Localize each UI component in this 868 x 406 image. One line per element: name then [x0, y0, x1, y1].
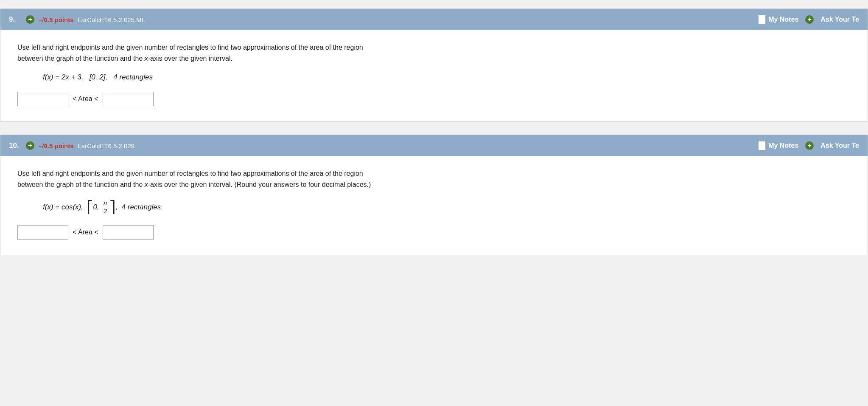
- question-9-ask-teacher-label[interactable]: Ask Your Te: [820, 16, 859, 23]
- question-9: 9. + –/0.5 points LarCalcET6 5.2.025.MI.…: [0, 8, 868, 122]
- question-9-area-label: < Area <: [73, 95, 98, 103]
- question-10-my-notes-label: My Notes: [768, 142, 798, 149]
- question-9-my-notes-button[interactable]: My Notes: [758, 15, 798, 24]
- question-10-header-right: My Notes + Ask Your Te: [758, 141, 859, 150]
- question-9-answer-row: < Area <: [17, 92, 851, 106]
- question-10-ask-teacher-label[interactable]: Ask Your Te: [820, 142, 859, 149]
- question-10-points: –/0.5 points: [39, 142, 74, 149]
- question-10-body: Use left and right endpoints and the giv…: [0, 156, 868, 255]
- question-9-header: 9. + –/0.5 points LarCalcET6 5.2.025.MI.…: [0, 9, 868, 30]
- question-9-header-left: 9. + –/0.5 points LarCalcET6 5.2.025.MI.: [9, 15, 145, 24]
- question-9-formula: f(x) = 2x + 3, [0, 2], 4 rectangles: [43, 73, 851, 82]
- question-9-number: 9.: [9, 15, 22, 24]
- question-10-area-label: < Area <: [73, 228, 98, 236]
- notes-icon: [758, 15, 766, 24]
- question-10-formula: f(x) = cos(x), ⎡ 0, π 2 ⎤ , 4 rectangles: [43, 199, 851, 215]
- question-9-problem-id: LarCalcET6 5.2.025.MI.: [78, 16, 145, 23]
- question-10-ask-teacher-icon[interactable]: +: [805, 141, 814, 150]
- question-9-body: Use left and right endpoints and the giv…: [0, 30, 868, 121]
- question-10-number: 10.: [9, 141, 22, 150]
- question-10-description: Use left and right endpoints and the giv…: [17, 168, 851, 190]
- question-10-problem-id: LarCalcET6 5.2.029.: [78, 142, 137, 149]
- notes-icon-10: [758, 141, 766, 150]
- question-10-header-left: 10. + –/0.5 points LarCalcET6 5.2.029.: [9, 141, 136, 150]
- question-9-description: Use left and right endpoints and the giv…: [17, 42, 851, 64]
- question-10-left-input[interactable]: [17, 225, 68, 240]
- question-9-left-input[interactable]: [17, 92, 68, 106]
- question-9-add-icon[interactable]: +: [26, 15, 34, 24]
- question-9-right-input[interactable]: [103, 92, 154, 106]
- question-10-right-input[interactable]: [103, 225, 154, 240]
- question-9-points: –/0.5 points: [39, 16, 74, 23]
- question-10: 10. + –/0.5 points LarCalcET6 5.2.029. M…: [0, 135, 868, 255]
- question-9-my-notes-label: My Notes: [768, 16, 798, 23]
- question-10-header: 10. + –/0.5 points LarCalcET6 5.2.029. M…: [0, 135, 868, 156]
- question-9-header-right: My Notes + Ask Your Te: [758, 15, 859, 24]
- question-10-answer-row: < Area <: [17, 225, 851, 240]
- question-9-ask-teacher-icon[interactable]: +: [805, 15, 814, 24]
- question-10-add-icon[interactable]: +: [26, 141, 34, 150]
- question-10-my-notes-button[interactable]: My Notes: [758, 141, 798, 150]
